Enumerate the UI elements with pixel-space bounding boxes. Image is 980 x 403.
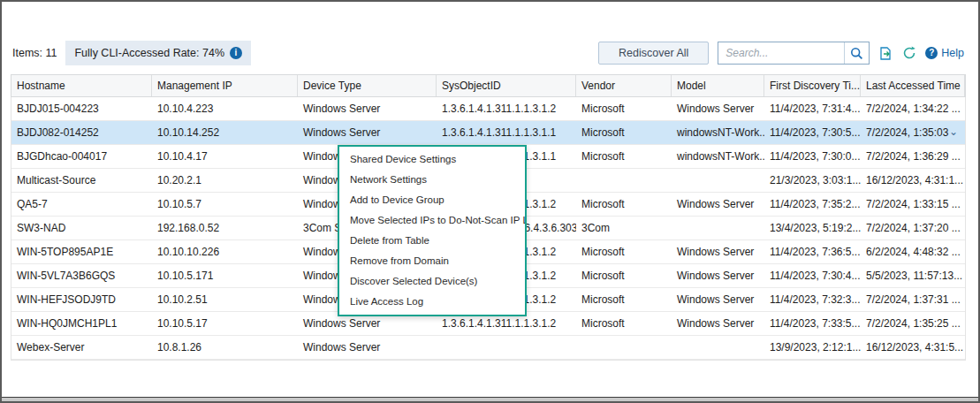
cell-hostname: WIN-HQ0JMCH1PL1 [11, 312, 152, 335]
export-icon[interactable] [878, 46, 893, 61]
cell-model: Windows Server [672, 240, 764, 263]
cell-first-discovery-time: 11/4/2023, 7:36:5... [764, 240, 861, 263]
cell-last-accessed-time: 16/12/2023, 4:31:5... [861, 336, 965, 359]
table-row[interactable]: BJDJ082-01425210.10.14.252Windows Server… [11, 121, 965, 145]
context-menu-item[interactable]: Remove from Domain [339, 251, 525, 271]
cell-management-ip: 10.10.5.17 [152, 312, 298, 335]
cell-first-discovery-time: 11/4/2023, 7:30:0... [764, 145, 861, 168]
cell-model: Windows Server [672, 264, 764, 287]
cell-vendor: Microsoft [576, 97, 672, 120]
cell-hostname: QA5-7 [11, 193, 152, 216]
cell-last-accessed-time: 7/2/2024, 1:36:29 ... [861, 145, 965, 168]
search-box [718, 42, 870, 65]
cell-model: windowsNT-Work... [672, 145, 764, 168]
table-header-row: HostnameManagement IPDevice TypeSysObjec… [11, 74, 966, 97]
cell-first-discovery-time: 11/4/2023, 7:30:4... [764, 264, 861, 287]
cell-vendor: 3Com [576, 217, 672, 240]
cell-model: windowsNT-Work... [672, 121, 764, 144]
cell-last-accessed-time: 7/2/2024, 1:37:20 ... [861, 217, 965, 240]
column-header-device-type[interactable]: Device Type [298, 75, 437, 96]
cell-vendor [576, 336, 672, 359]
cell-first-discovery-time: 11/4/2023, 7:35:2... [764, 193, 861, 216]
help-link[interactable]: ? Help [925, 47, 964, 59]
cell-sysobjectid [437, 336, 576, 359]
cell-sysobjectid: 1.3.6.1.4.1.311.1.1.3.1.1 [437, 121, 576, 144]
cell-device-type: Windows Server [298, 121, 437, 144]
cell-management-ip: 10.10.2.51 [152, 288, 298, 311]
cell-vendor: Microsoft [576, 264, 672, 287]
cell-vendor: Microsoft [576, 312, 672, 335]
cell-management-ip: 10.10.10.226 [152, 240, 298, 263]
search-icon[interactable] [844, 42, 869, 64]
row-options-chevron-icon[interactable]: ⌄ [949, 121, 958, 145]
column-header-model[interactable]: Model [672, 75, 764, 96]
cell-last-accessed-time: 7/2/2024, 1:33:15 ... [861, 193, 965, 216]
column-header-vendor[interactable]: Vendor [576, 75, 672, 96]
cell-last-accessed-time: 16/12/2023, 4:31:1... [861, 169, 965, 192]
context-menu-item[interactable]: Delete from Table [339, 231, 525, 251]
cell-last-accessed-time: 6/2/2024, 4:48:32 ... [861, 240, 965, 263]
help-icon: ? [925, 47, 938, 59]
cell-first-discovery-time: 13/4/2023, 5:19:2... [764, 217, 861, 240]
refresh-icon[interactable] [902, 46, 916, 60]
window-bottom-edge [2, 397, 978, 401]
cell-hostname: BJDJ082-014252 [11, 121, 152, 144]
cell-model [672, 169, 764, 192]
cell-hostname: Webex-Server [11, 336, 152, 359]
cell-management-ip: 10.10.5.7 [152, 193, 298, 216]
context-menu: Shared Device SettingsNetwork SettingsAd… [338, 145, 527, 316]
column-header-first-discovery-time[interactable]: First Discovery Ti... [764, 75, 861, 96]
context-menu-item[interactable]: Network Settings [339, 170, 525, 190]
column-header-management-ip[interactable]: Management IP [152, 75, 298, 96]
device-table-window: Items: 11 Fully CLI-Accessed Rate: 74% i… [0, 0, 980, 403]
cell-model: Windows Server [672, 288, 764, 311]
cell-device-type: Windows Server [298, 336, 437, 359]
cell-hostname: WIN-5VL7A3B6GQS [11, 264, 152, 287]
cli-rate-chip: Fully CLI-Accessed Rate: 74% i [65, 41, 251, 65]
cell-management-ip: 10.8.1.26 [152, 336, 298, 359]
cell-management-ip: 10.10.5.171 [152, 264, 298, 287]
cell-first-discovery-time: 11/4/2023, 7:31:4... [764, 97, 861, 120]
cell-hostname: WIN-5TOP895AP1E [11, 240, 152, 263]
cell-management-ip: 192.168.0.52 [152, 217, 298, 240]
items-count: Items: 11 [12, 47, 57, 59]
info-icon[interactable]: i [230, 47, 242, 59]
cell-vendor [576, 169, 672, 192]
column-header-sysobjectid[interactable]: SysObjectID [437, 75, 576, 96]
cell-management-ip: 10.20.2.1 [152, 169, 298, 192]
cell-last-accessed-time: 7/2/2024, 1:37:31 ... [861, 288, 965, 311]
cell-vendor: Microsoft [576, 240, 672, 263]
cell-model [672, 336, 764, 359]
cell-first-discovery-time: 11/4/2023, 7:33:5... [764, 312, 861, 335]
cell-model: Windows Server [672, 97, 764, 120]
table-row[interactable]: BJDJ015-00422310.10.4.223Windows Server1… [11, 97, 965, 121]
column-header-last-accessed-time[interactable]: Last Accessed Time [861, 75, 965, 96]
cell-vendor: Microsoft [576, 121, 672, 144]
cell-model: Windows Server [672, 193, 764, 216]
cell-hostname: SW3-NAD [11, 217, 152, 240]
cell-first-discovery-time: 13/9/2023, 2:12:1... [764, 336, 861, 359]
cli-rate-label: Fully CLI-Accessed Rate: 74% [74, 47, 224, 59]
cell-device-type: Windows Server [298, 97, 437, 120]
rediscover-all-button[interactable]: Rediscover All [598, 42, 709, 65]
cell-model: Windows Server [672, 312, 764, 335]
cell-first-discovery-time: 11/4/2023, 7:32:3... [764, 288, 861, 311]
context-menu-item[interactable]: Shared Device Settings [339, 149, 525, 170]
cell-first-discovery-time: 21/3/2023, 3:03:1... [764, 169, 861, 192]
context-menu-item[interactable]: Move Selected IPs to Do-Not-Scan IP List [339, 210, 525, 231]
help-label: Help [941, 47, 964, 59]
cell-last-accessed-time: 7/2/2024, 1:34:22 ... [861, 97, 965, 120]
context-menu-item[interactable]: Live Access Log [339, 292, 525, 312]
cell-management-ip: 10.10.4.17 [152, 145, 298, 168]
cell-management-ip: 10.10.4.223 [152, 97, 298, 120]
cell-sysobjectid: 1.3.6.1.4.1.311.1.1.3.1.2 [437, 97, 576, 120]
table-row[interactable]: Webex-Server10.8.1.26Windows Server13/9/… [11, 336, 965, 360]
cell-first-discovery-time: 11/4/2023, 7:30:5... [764, 121, 861, 144]
cell-last-accessed-time: 5/5/2023, 11:57:13... [861, 264, 965, 287]
cell-last-accessed-time: 7/2/2024, 1:35:25 ... [861, 312, 965, 335]
context-menu-item[interactable]: Discover Selected Device(s) [339, 271, 525, 292]
context-menu-item[interactable]: Add to Device Group [339, 190, 525, 210]
cell-management-ip: 10.10.14.252 [152, 121, 298, 144]
column-header-hostname[interactable]: Hostname [11, 75, 152, 96]
search-input[interactable] [718, 47, 844, 59]
